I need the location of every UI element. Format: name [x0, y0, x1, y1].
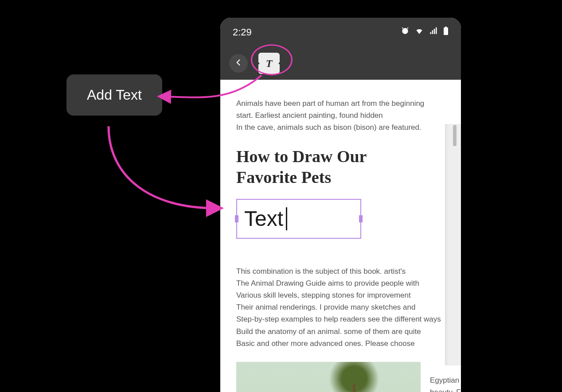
status-icons — [401, 27, 449, 38]
tooltip-label: Add Text — [87, 87, 142, 103]
annotation-arrow-to-textbox — [109, 126, 215, 208]
wifi-icon — [415, 27, 424, 38]
arrow-left-icon — [234, 58, 243, 69]
next-page-peek[interactable] — [445, 124, 461, 365]
phone-mockup: 2:29 T Animals — [220, 18, 461, 392]
scrollbar-thumb[interactable] — [453, 125, 457, 146]
text-tool-button[interactable]: T — [258, 53, 280, 74]
page-heading: How to Draw Our Favorite Pets — [236, 146, 445, 188]
battery-icon — [443, 27, 449, 38]
editable-text-content[interactable]: Text — [244, 206, 283, 231]
svg-rect-1 — [445, 27, 447, 27]
alarm-icon — [401, 27, 410, 38]
document-canvas[interactable]: Animals have been part of human art from… — [220, 80, 461, 392]
resize-handle-right[interactable] — [359, 215, 363, 222]
back-button[interactable] — [229, 54, 248, 73]
add-text-tooltip: Add Text — [66, 74, 162, 116]
status-bar: 2:29 — [220, 18, 461, 47]
body-paragraph: This combination is the subject of this … — [236, 265, 445, 349]
resize-handle-left[interactable] — [235, 215, 238, 222]
text-caret — [286, 207, 287, 230]
illustration-image — [236, 362, 421, 392]
editable-text-box[interactable]: Text — [236, 199, 361, 239]
signal-icon — [429, 27, 438, 38]
svg-rect-0 — [444, 27, 448, 35]
text-tool-icon: T — [266, 58, 273, 70]
app-bar: T — [220, 47, 461, 80]
status-time: 2:29 — [233, 27, 252, 38]
peek-paragraph: Egyptian a beauty. Fo — [430, 374, 461, 392]
intro-paragraph: Animals have been part of human art from… — [236, 97, 445, 134]
